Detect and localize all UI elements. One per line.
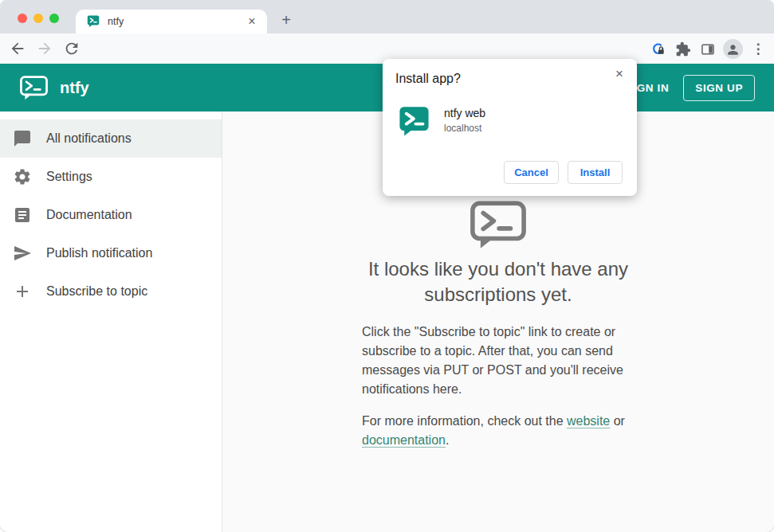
sidebar-item-documentation[interactable]: Documentation (0, 196, 222, 234)
empty-state-links-paragraph: For more information, check out the webs… (362, 412, 635, 450)
sidebar-nav: All notifications Settings Documentation… (0, 111, 222, 532)
article-icon (13, 205, 32, 225)
send-icon (13, 244, 32, 263)
profile-avatar[interactable] (723, 39, 743, 59)
macos-traffic-lights (18, 14, 59, 23)
install-button[interactable]: Install (568, 161, 623, 184)
empty-state-paragraph: Click the "Subscribe to topic" link to c… (362, 323, 635, 399)
browser-tab-ntfy[interactable]: ntfy × (76, 10, 267, 33)
sign-up-button[interactable]: SIGN UP (683, 75, 755, 101)
privacy-extension-icon[interactable] (649, 40, 668, 59)
empty-state-heading: It looks like you don't have any subscri… (343, 256, 654, 307)
sidebar-item-subscribe-to-topic[interactable]: Subscribe to topic (0, 272, 222, 311)
sidebar-item-all-notifications[interactable]: All notifications (0, 119, 222, 158)
tab-title: ntfy (108, 16, 245, 27)
sidebar-item-label: Settings (46, 170, 92, 184)
dialog-close-icon[interactable]: × (611, 66, 627, 82)
dialog-app-origin: localhost (444, 123, 485, 134)
sidebar-item-label: Subscribe to topic (46, 284, 147, 299)
tab-close-icon[interactable]: × (245, 14, 259, 29)
para2-prefix: For more information, check out the (362, 414, 567, 428)
tab-strip: ntfy × + (0, 0, 774, 33)
side-panel-icon[interactable] (698, 40, 717, 59)
ntfy-outline-logo-icon (466, 201, 530, 250)
ntfy-logo-icon (19, 76, 49, 100)
reload-icon[interactable] (63, 40, 81, 57)
new-tab-button[interactable]: + (277, 10, 296, 29)
browser-menu-icon[interactable]: ⋮ (748, 40, 768, 59)
plus-icon (13, 282, 32, 301)
para2-suffix: . (446, 433, 449, 447)
minimize-window-button[interactable] (33, 14, 43, 23)
zoom-window-button[interactable] (49, 14, 59, 23)
dialog-app-name: ntfy web (444, 107, 485, 119)
para2-middle: or (610, 414, 625, 428)
website-link[interactable]: website (567, 414, 610, 428)
forward-icon (36, 40, 53, 57)
back-icon[interactable] (9, 40, 26, 57)
install-app-dialog: × Install app? ntfy web localhost Cancel… (383, 59, 637, 196)
sidebar-item-label: Publish notification (46, 246, 152, 260)
close-window-button[interactable] (18, 14, 27, 23)
sidebar-item-publish-notification[interactable]: Publish notification (0, 234, 222, 272)
sidebar-item-label: Documentation (46, 208, 132, 222)
ntfy-favicon-icon (87, 15, 100, 28)
dialog-title: Install app? (395, 72, 624, 86)
browser-window: ntfy × + localhost (0, 0, 774, 532)
cancel-button[interactable]: Cancel (504, 161, 559, 184)
gear-icon (13, 167, 32, 186)
sidebar-item-label: All notifications (46, 131, 132, 146)
ntfy-app-icon (399, 106, 430, 138)
documentation-link[interactable]: documentation (362, 433, 446, 447)
sidebar-item-settings[interactable]: Settings (0, 158, 222, 196)
extensions-puzzle-icon[interactable] (674, 40, 693, 59)
chat-icon (13, 129, 32, 148)
